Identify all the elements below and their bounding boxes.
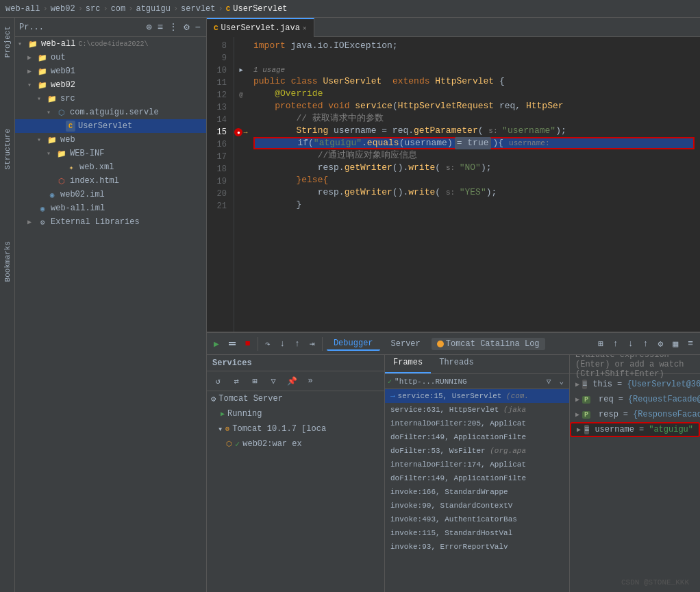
tree-item-package[interactable]: ▾ ⬡ com.atguigu.servle bbox=[15, 106, 206, 119]
step-into-button[interactable]: ↓ bbox=[277, 337, 288, 350]
maximize-icon[interactable]: ↑ bbox=[640, 337, 651, 350]
var-item-username[interactable]: ▶ ≡ username = "atguigu" bbox=[570, 422, 700, 437]
tree-item-webinf[interactable]: ▾ 📁 WEB-INF bbox=[15, 147, 206, 160]
breadcrumb-part-0[interactable]: web-all bbox=[5, 4, 40, 14]
pause-button[interactable] bbox=[226, 341, 238, 347]
java-file-icon: C bbox=[66, 121, 75, 132]
folder-icon-src: 📁 bbox=[47, 93, 58, 104]
layout-icon[interactable]: ⊞ bbox=[595, 337, 606, 351]
frame-item-2[interactable]: internalDoFilter:205, Applicat bbox=[385, 417, 569, 430]
flat-view-icon[interactable]: ≡ bbox=[685, 337, 696, 350]
thread-filter-icon[interactable]: ▽ bbox=[544, 375, 554, 387]
breadcrumb-part-6[interactable]: UserServlet bbox=[233, 4, 287, 14]
var-item-resp[interactable]: ▶ P resp = {ResponseFacade@3608} bbox=[570, 407, 700, 422]
thread-more-icon[interactable]: ⌄ bbox=[556, 375, 566, 387]
tomcat-running-item[interactable]: ▶ Running bbox=[207, 406, 384, 421]
frame-item-9[interactable]: invoke:493, AuthenticatorBas bbox=[385, 513, 569, 526]
package-icon: ⬡ bbox=[56, 107, 67, 118]
tomcat-server-item[interactable]: ⚙ Tomcat Server bbox=[207, 391, 384, 406]
resume-button[interactable]: ▶ bbox=[211, 337, 222, 351]
threads-tab[interactable]: Threads bbox=[431, 355, 482, 373]
structure-tab-label[interactable]: Structure bbox=[3, 129, 12, 169]
var-expand-req[interactable]: ▶ bbox=[575, 395, 579, 404]
frame-item-4[interactable]: doFilter:53, WsFilter (org.apa bbox=[385, 444, 569, 458]
tomcat-catalina-tab[interactable]: Tomcat Catalina Log bbox=[432, 338, 545, 350]
var-expand-this[interactable]: ▶ bbox=[575, 380, 579, 388]
frame-item-5[interactable]: internalDoFilter:174, Applicat bbox=[385, 458, 569, 471]
debugger-tab[interactable]: Debugger bbox=[327, 337, 380, 351]
filter-icon[interactable]: ▽ bbox=[265, 373, 282, 389]
frame-item-10[interactable]: invoke:115, StandardHostVal bbox=[385, 526, 569, 540]
settings-icon[interactable]: ⚙ bbox=[182, 20, 190, 34]
frames-threads-tabs: Frames Threads bbox=[385, 355, 569, 374]
var-expand-resp[interactable]: ▶ bbox=[575, 410, 579, 419]
var-badge-req: P bbox=[582, 396, 590, 404]
settings-icon[interactable]: ⚙ bbox=[655, 337, 666, 351]
tab-userservlet[interactable]: C UserServlet.java ✕ bbox=[207, 18, 314, 37]
deployment-icon: ⬡ bbox=[226, 440, 232, 448]
pin-icon[interactable]: 📌 bbox=[284, 373, 300, 389]
var-item-req[interactable]: ▶ P req = {RequestFacade@3607} bbox=[570, 392, 700, 407]
tree-item-userservlet[interactable]: C UserServlet bbox=[15, 119, 206, 133]
var-val-req: {RequestFacade@3607} bbox=[628, 395, 700, 404]
tree-item-weballiml[interactable]: ◉ web-all.iml bbox=[15, 201, 206, 215]
tree-item-indexhtml[interactable]: ⬡ index.html bbox=[15, 174, 206, 188]
expand-all-icon[interactable]: ⋮ bbox=[167, 20, 179, 34]
tomcat-running-label: Running bbox=[227, 409, 262, 419]
server-tab[interactable]: Server bbox=[384, 338, 427, 350]
tomcat-instance-icon: ⚙ bbox=[225, 425, 229, 433]
tree-item-web02[interactable]: ▾ 📁 web02 bbox=[15, 78, 206, 92]
tomcat-instance-item[interactable]: ▾ ⚙ Tomcat 10.1.7 [loca bbox=[207, 421, 384, 436]
editor-tabs: C UserServlet.java ✕ bbox=[207, 18, 700, 37]
frame-item-11[interactable]: invoke:93, ErrorReportValv bbox=[385, 540, 569, 554]
stop-button[interactable]: ■ bbox=[242, 337, 253, 350]
code-editor[interactable]: 8 9 10 11 12 13 14 15 16 17 18 19 20 21 bbox=[207, 37, 700, 332]
minimize-icon[interactable]: ↓ bbox=[625, 337, 636, 350]
breadcrumb-part-5[interactable]: servlet bbox=[181, 4, 215, 14]
frame-item-0[interactable]: → service:15, UserServlet (com. bbox=[385, 389, 569, 403]
var-name-req: req bbox=[599, 395, 614, 404]
breadcrumb-part-3[interactable]: com bbox=[111, 4, 126, 14]
var-item-this[interactable]: ▶ ≡ this = {UserServlet@3614} bbox=[570, 377, 700, 392]
code-content[interactable]: import java.io.IOException; 1 usage publ… bbox=[248, 37, 700, 332]
tree-item-out[interactable]: ▶ 📁 out bbox=[15, 51, 206, 64]
tab-close-icon[interactable]: ✕ bbox=[303, 24, 307, 32]
tree-item-web02iml[interactable]: ◉ web02.iml bbox=[15, 188, 206, 201]
close-sidebar-icon[interactable]: − bbox=[194, 21, 202, 34]
code-line-16: //通过响应对象响应信息 bbox=[253, 149, 695, 162]
frame-item-6[interactable]: doFilter:149, ApplicationFilte bbox=[385, 471, 569, 485]
frames-tab[interactable]: Frames bbox=[385, 355, 431, 373]
breadcrumb-part-2[interactable]: src bbox=[86, 4, 101, 14]
tree-label-webinf: WEB-INF bbox=[70, 149, 104, 158]
refresh-icon[interactable]: ↺ bbox=[210, 373, 226, 389]
breadcrumb-part-4[interactable]: atguigu bbox=[136, 4, 170, 14]
var-val-this: {UserServlet@3614} bbox=[627, 380, 700, 389]
tree-item-extlibs[interactable]: ▶ ⚙ External Libraries bbox=[15, 215, 206, 229]
more-icon[interactable]: » bbox=[302, 373, 318, 389]
tree-item-web-all[interactable]: ▾ 📁 web-all C:\code4idea2022\ bbox=[15, 37, 206, 51]
rerun-icon[interactable]: ⇄ bbox=[228, 373, 245, 389]
restore-layout-icon[interactable]: ↑ bbox=[610, 337, 621, 350]
tree-item-web[interactable]: ▾ 📁 web bbox=[15, 133, 206, 147]
tree-label-out: out bbox=[51, 53, 66, 62]
add-module-icon[interactable]: ⊕ bbox=[145, 20, 153, 34]
tree-item-web01[interactable]: ▶ 📁 web01 bbox=[15, 64, 206, 78]
frame-item-3[interactable]: doFilter:149, ApplicationFilte bbox=[385, 430, 569, 444]
project-tab-label[interactable]: Project bbox=[3, 26, 12, 58]
group-icon[interactable]: ⊞ bbox=[247, 373, 263, 389]
collapse-all-icon[interactable]: ≡ bbox=[156, 21, 164, 34]
step-over-button[interactable]: ↷ bbox=[262, 337, 273, 351]
frame-item-1[interactable]: service:631, HttpServlet (jaka bbox=[385, 403, 569, 417]
frame-item-7[interactable]: invoke:166, StandardWrappe bbox=[385, 485, 569, 499]
table-view-icon[interactable]: ▦ bbox=[670, 337, 681, 351]
var-expand-username[interactable]: ▶ bbox=[577, 426, 582, 434]
frame-item-8[interactable]: invoke:90, StandardContextV bbox=[385, 499, 569, 513]
tree-item-webxml[interactable]: ✦ web.xml bbox=[15, 160, 206, 174]
run-to-cursor-button[interactable]: ⇥ bbox=[307, 337, 318, 351]
tree-item-src[interactable]: ▾ 📁 src bbox=[15, 92, 206, 106]
bookmarks-tab-label[interactable]: Bookmarks bbox=[3, 241, 12, 282]
tomcat-deployment-item[interactable]: ⬡ ✓ web02:war ex bbox=[207, 436, 384, 452]
eval-bar: Evaluate expression (Enter) or add a wat… bbox=[570, 355, 700, 374]
breadcrumb-part-1[interactable]: web02 bbox=[51, 4, 75, 14]
step-out-button[interactable]: ↑ bbox=[292, 337, 303, 350]
